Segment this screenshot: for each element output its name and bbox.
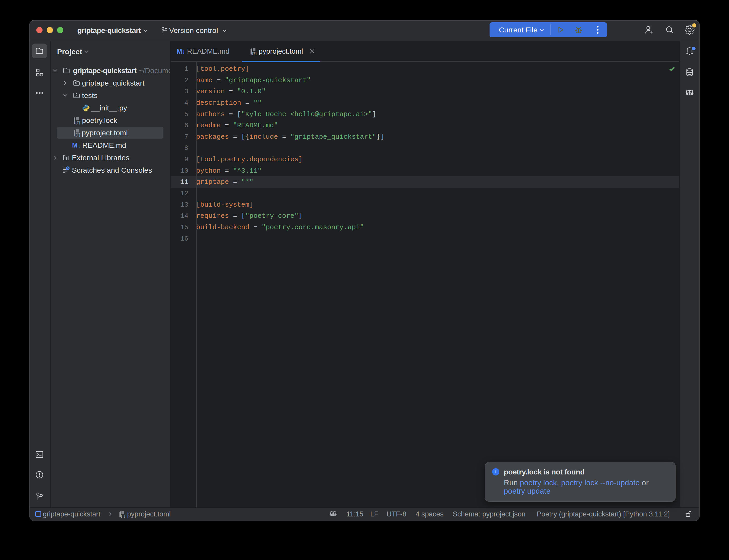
svg-text:[T]: [T] — [121, 514, 125, 518]
